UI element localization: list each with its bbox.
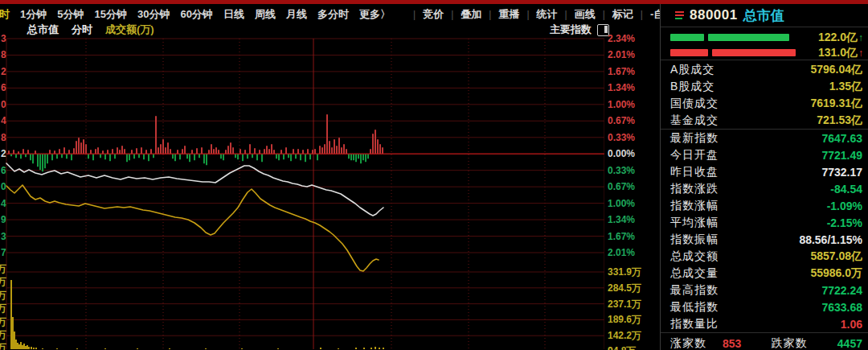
quote-row-label: 昨日收盘 — [670, 165, 719, 179]
left-axis-digit: 9 — [1, 214, 6, 225]
quote-row-label: 国债成交 — [670, 97, 719, 111]
quote-row-value: 7633.68 — [821, 301, 862, 314]
left-axis-digit: 3 — [1, 231, 6, 242]
pct-axis-label: 1.00% — [608, 99, 635, 110]
intraday-chart[interactable]: 38260482604937万万万万万万万 2.34%2.01%1.67%1.3… — [0, 0, 660, 350]
quote-row-label: 指数振幅 — [670, 233, 719, 247]
quote-row: 指数涨跌-84.54 — [661, 180, 868, 197]
quote-row-label: 最低指数 — [670, 300, 719, 315]
quote-row-value: 7732.17 — [821, 166, 862, 179]
left-axis-digit: 2 — [1, 66, 6, 77]
quote-row: 昨日收盘7732.17 — [661, 163, 868, 180]
quote-row: 指数涨幅-1.09% — [661, 197, 868, 214]
stock-code: 880001 — [690, 7, 738, 23]
levels-menu-icon[interactable] — [675, 11, 684, 19]
arrow-up-icon: ↑ — [858, 47, 863, 59]
left-axis-digit: 7 — [1, 247, 6, 258]
volume-axis-label: 284.5万 — [608, 282, 641, 294]
quote-row-label: 最高指数 — [670, 283, 719, 298]
pct-axis-label: 1.34% — [608, 214, 635, 225]
left-axis-digit: 3 — [1, 33, 6, 44]
left-axis-vol-fragment: 万 — [0, 290, 6, 301]
quote-rows: A股成交5796.04亿B股成交1.35亿国债成交7619.31亿基金成交721… — [661, 60, 868, 334]
quote-row-value: -1.09% — [827, 200, 862, 212]
gauge-segment — [670, 49, 708, 56]
quote-row-label: 基金成交 — [670, 113, 719, 128]
quote-row: 总成交量55986.0万 — [661, 265, 868, 282]
quote-row-value: 55986.0万 — [810, 266, 862, 281]
left-axis-digit: 8 — [1, 49, 6, 60]
volume-axis-label: 237.1万 — [608, 299, 641, 310]
volume-axis-label: 331.9万 — [608, 266, 641, 278]
quote-row-label: 平均涨幅 — [670, 216, 719, 230]
quote-row: 最低指数7633.68 — [661, 299, 868, 315]
volume-axis-label: 142.2万 — [608, 330, 641, 341]
quote-row-value: -2.15% — [827, 216, 862, 229]
left-axis-digit: 0 — [1, 99, 6, 110]
pct-axis-label: 2.01% — [608, 247, 635, 258]
pct-axis-label: 1.67% — [608, 231, 635, 242]
left-axis-vol-fragment: 万 — [0, 263, 6, 274]
quote-row-value: 7721.49 — [821, 149, 862, 162]
quote-row: 指数振幅88.56/1.15% — [661, 231, 868, 248]
gauge-segment — [712, 49, 796, 56]
gauge-value: 131.0亿 — [818, 46, 858, 60]
quote-row: 总成交额5857.08亿 — [661, 248, 868, 265]
quote-row: 最高指数7722.24 — [661, 282, 868, 299]
quote-row-label: 指数涨跌 — [670, 182, 719, 196]
quote-panel-header: 880001 总市值 — [661, 4, 868, 27]
quote-row: 最新指数7647.63 — [661, 130, 868, 146]
pct-axis-label: 1.34% — [608, 82, 635, 93]
pct-axis-label: 1.00% — [608, 198, 635, 209]
quote-row: A股成交5796.04亿 — [661, 61, 868, 78]
advancers-value: 853 — [711, 337, 741, 350]
pct-axis-label: 0.33% — [608, 132, 635, 143]
quote-row-value: 7722.24 — [821, 284, 862, 297]
left-axis-digit: 6 — [1, 165, 6, 176]
quote-row-value: -84.54 — [830, 183, 862, 196]
quote-row-value: 7647.63 — [821, 132, 862, 145]
quote-row: 指数量比1.06 — [661, 315, 868, 333]
left-axis-vol-fragment: 万 — [0, 303, 6, 314]
quote-row-label: A股成交 — [670, 63, 714, 77]
pct-axis-label: 0.67% — [608, 181, 635, 192]
quote-row-label: 今日开盘 — [670, 148, 719, 163]
left-axis-digit: 4 — [1, 198, 6, 209]
left-axis-digit: 4 — [1, 115, 6, 126]
left-axis-vol-fragment: 万 — [0, 316, 6, 327]
quote-row-label: 总成交量 — [670, 266, 719, 281]
gauge-segment — [708, 34, 789, 41]
quote-row-value: 7619.31亿 — [810, 97, 862, 111]
quote-row-value: 1.35亿 — [829, 80, 862, 94]
advancers-decliners: 涨家数 853 跌家数 4457 — [661, 334, 868, 350]
quote-row: 国债成交7619.31亿 — [661, 95, 868, 112]
left-axis-vol-fragment: 万 — [0, 276, 6, 287]
decliners-label: 跌家数 — [772, 336, 808, 350]
quote-row-label: B股成交 — [670, 80, 714, 94]
volume-axis-label: 189.6万 — [608, 314, 641, 325]
pct-axis-label: 2.34% — [608, 33, 635, 44]
volume-axis-label: 94.8万 — [608, 345, 636, 350]
left-axis-digit: 0 — [1, 181, 6, 192]
quote-row-value: 88.56/1.15% — [799, 233, 862, 246]
quote-row-value: 5796.04亿 — [810, 63, 862, 77]
decliners-value: 4457 — [837, 337, 862, 350]
gauge-value: 122.0亿 — [818, 31, 858, 45]
quote-row-label: 最新指数 — [670, 131, 719, 146]
quote-row: 基金成交721.53亿 — [661, 112, 868, 130]
quote-panel: 880001 总市值 122.0亿↑131.0亿↑ A股成交5796.04亿B股… — [660, 4, 868, 350]
arrow-up-icon: ↑ — [858, 32, 863, 43]
gauge-row-1: 122.0亿↑ — [661, 30, 868, 45]
stock-name: 总市值 — [743, 6, 784, 25]
quote-row-label: 指数涨幅 — [670, 199, 719, 213]
gauge-segment — [670, 34, 704, 41]
pct-axis-label: 0.67% — [608, 115, 635, 126]
left-axis-vol-fragment: 万 — [0, 342, 6, 350]
trading-app-window: 分时1分钟5分钟15分钟30分钟60分钟日线周线月线多分时更多〉 |竞价|叠加|… — [0, 0, 868, 350]
chart-canvas — [0, 0, 604, 350]
quote-row-value: 5857.08亿 — [810, 249, 862, 264]
left-axis-vol-fragment: 万 — [0, 329, 6, 340]
quote-row-value: 721.53亿 — [817, 113, 862, 128]
advancers-label: 涨家数 — [670, 336, 706, 350]
left-axis-digit: 2 — [1, 148, 6, 159]
